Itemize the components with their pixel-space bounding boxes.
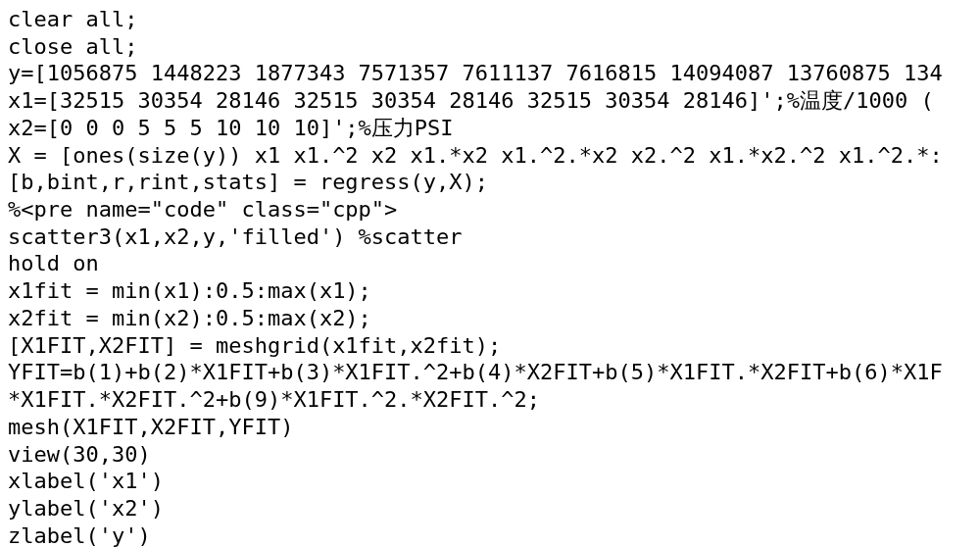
code-line: zlabel('y') — [8, 522, 972, 547]
code-line: xlabel('x1') — [8, 468, 972, 495]
code-line: [X1FIT,X2FIT] = meshgrid(x1fit,x2fit); — [8, 332, 972, 360]
code-line: *X1FIT.*X2FIT.^2+b(9)*X1FIT.^2.*X2FIT.^2… — [8, 386, 972, 414]
code-line: ylabel('x2') — [8, 495, 972, 522]
code-line: x2=[0 0 0 5 5 5 10 10 10]';%压力PSI — [8, 115, 972, 142]
code-line: scatter3(x1,x2,y,'filled') %scatter — [8, 224, 972, 251]
code-line: y=[1056875 1448223 1877343 7571357 76111… — [8, 60, 972, 87]
code-line: close all; — [8, 33, 972, 61]
code-line: x1=[32515 30354 28146 32515 30354 28146 … — [8, 87, 972, 115]
code-line: %<pre name="code" class="cpp"> — [8, 196, 972, 224]
code-line: x1fit = min(x1):0.5:max(x1); — [8, 277, 972, 305]
code-line: [b,bint,r,rint,stats] = regress(y,X); — [8, 169, 972, 196]
code-line: clear all; — [8, 6, 972, 33]
code-line: X = [ones(size(y)) x1 x1.^2 x2 x1.*x2 x1… — [8, 142, 972, 170]
code-line: YFIT=b(1)+b(2)*X1FIT+b(3)*X1FIT.^2+b(4)*… — [8, 359, 972, 386]
code-line: view(30,30) — [8, 441, 972, 469]
code-line: mesh(X1FIT,X2FIT,YFIT) — [8, 414, 972, 441]
code-line: hold on — [8, 250, 972, 277]
code-line: x2fit = min(x2):0.5:max(x2); — [8, 305, 972, 332]
code-block: clear all; close all; y=[1056875 1448223… — [8, 6, 972, 547]
